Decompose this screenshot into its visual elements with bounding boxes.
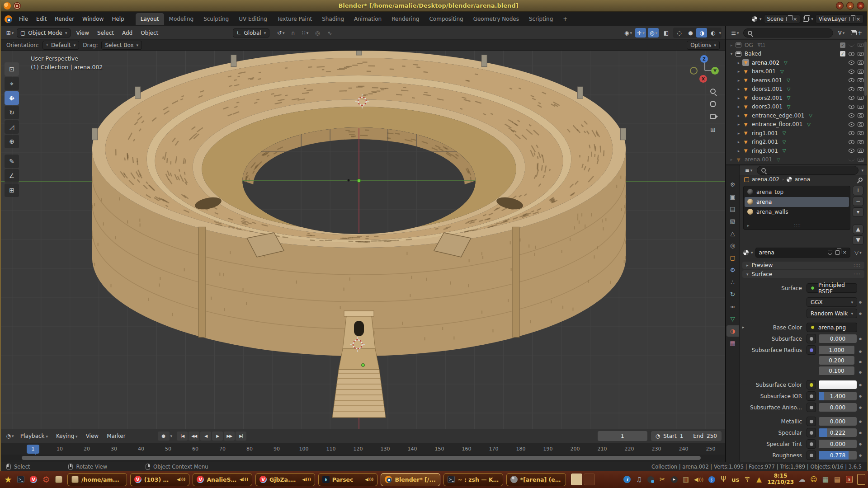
start-frame-field[interactable]: 1 [680,433,684,439]
decorator-toggle[interactable] [807,439,816,449]
keyframe-dot-icon[interactable]: ● [857,347,863,353]
tab-render[interactable]: ▣ [726,191,739,202]
disable-render-camera-icon[interactable] [858,158,863,162]
keyframe-dot-icon[interactable]: ● [857,439,863,446]
outliner-search-field[interactable] [743,28,833,38]
slot-move-up-button[interactable]: ▲ [853,225,863,234]
node-field[interactable]: arena.png [807,323,857,332]
options-dropdown[interactable]: Options▾ [687,41,720,50]
hide-viewport-eye-icon[interactable] [849,96,854,100]
preview-panel-header[interactable]: ▸Preview∷∷ [742,262,864,269]
expand-arrow-icon[interactable]: ▸ [735,149,742,153]
blender-menu-icon[interactable] [5,15,12,23]
select-field[interactable]: GGX▾ [807,297,857,307]
menu-window[interactable]: Window [78,14,108,24]
workspace-tab-rendering[interactable]: Rendering [387,13,424,25]
disable-render-camera-icon[interactable] [858,105,863,109]
workspace-tab-texture-paint[interactable]: Texture Paint [272,13,317,25]
keyframe-dot-icon[interactable]: ● [857,428,863,435]
slot-specials-button[interactable]: ▾ [853,207,863,217]
viewport-menu-view[interactable]: View [72,28,93,38]
hide-viewport-eye-icon[interactable] [849,61,854,65]
viewport-menu-add[interactable]: Add [118,28,137,38]
wifi-icon[interactable] [744,477,751,482]
hide-viewport-eye-icon[interactable] [849,149,854,153]
keyframe-dot-icon[interactable]: ● [857,334,863,341]
viewport-menu-select[interactable]: Select [93,28,118,38]
tab-physics[interactable]: ↻ [726,289,739,300]
expand-arrow-icon[interactable]: ▸ [735,122,742,127]
workspace-tab-shading[interactable]: Shading [317,13,349,25]
shading-rendered[interactable]: ◐ [708,28,718,38]
pan-hand-icon[interactable] [710,101,716,107]
disable-render-camera-icon[interactable] [858,61,863,65]
play-icon[interactable]: ▶ [670,476,678,483]
camera-view-icon[interactable] [710,114,716,119]
keyframe-dot-icon[interactable]: ● [857,450,863,457]
gizmo-x-axis[interactable]: X [699,75,707,83]
expand-arrow-icon[interactable]: ▸ [735,113,742,118]
window-titlebar[interactable]: Blender* [/home/amalie/Desktop/blender/a… [1,0,867,12]
value-slider[interactable]: 0.000 [818,334,857,343]
workspace-tab-scripting[interactable]: Scripting [524,13,558,25]
end-frame-field[interactable]: 250 [707,433,717,439]
expand-arrow-icon[interactable]: ▸ [747,223,750,228]
hide-viewport-eye-icon[interactable] [849,158,854,161]
tool-move[interactable]: ↔↔ [5,91,19,105]
disable-render-camera-icon[interactable] [858,87,863,91]
outliner-row-baked[interactable]: ▾Baked✓ [726,50,867,59]
outliner-scrollbar[interactable] [864,42,867,96]
disable-render-camera-icon[interactable] [858,113,863,117]
outliner-row-beams-001[interactable]: ▸▼beams.001▽ [726,76,867,85]
hide-viewport-eye-icon[interactable] [849,78,854,82]
tab-world[interactable]: ◎ [726,240,739,251]
tab-tool[interactable]: ⚙ [726,179,739,190]
window-minimize-button[interactable]: ▾ [836,2,844,9]
outliner-row-ring3-001[interactable]: ▸▼ring3.001▽ [726,146,867,155]
workspace-tab-uv-editing[interactable]: UV Editing [234,13,272,25]
workspace-2[interactable] [584,474,595,485]
tab-constraints[interactable]: ∞ [726,301,739,312]
hide-viewport-eye-icon[interactable] [849,70,854,74]
drag-dropdown[interactable]: Select Box▾ [101,41,142,50]
keyframe-dot-icon[interactable]: ● [857,357,863,364]
copy-material-icon[interactable] [835,250,840,255]
select-field[interactable]: Random Walk▾ [807,309,857,318]
outliner-row-doors2-001[interactable]: ▸▼doors2.001▽ [726,94,867,103]
expand-arrow-icon[interactable]: ▸ [735,69,742,74]
material-name-input[interactable]: arena × [755,248,850,258]
hide-viewport-eye-icon[interactable] [849,43,854,47]
gizmo-y-axis[interactable]: Y [711,67,719,75]
fake-user-icon[interactable] [828,250,832,255]
workspace-tab-geometry-nodes[interactable]: Geometry Nodes [468,13,524,25]
surface-panel-header[interactable]: ▾Surface∷∷ [742,270,864,278]
workspace-add-button[interactable]: + [558,13,572,25]
decorator-toggle[interactable] [807,391,816,401]
jump-to-start-button[interactable]: |◀ [177,432,188,441]
timeline-menu-keying[interactable]: Keying ▾ [52,431,82,441]
files-launcher-icon[interactable] [53,473,64,486]
jump-to-end-button[interactable]: ▶| [236,432,246,441]
add-slot-button[interactable]: + [853,186,863,195]
tool-select-box[interactable]: ⊡ [5,62,19,76]
value-slider[interactable]: 0.778 [818,450,857,460]
material-slot-arena-top[interactable]: arena_top [745,187,849,197]
properties-search-field[interactable] [757,166,859,175]
timeline-editor-selector[interactable]: ◔▾ [5,431,15,441]
window-maximize-button[interactable]: ▴ [846,2,854,9]
outliner-row-ring1-001[interactable]: ▸▼ring1.001▽ [726,129,867,138]
expand-arrow-icon[interactable]: ▾ [728,52,735,56]
tab-view-layer[interactable]: ▧ [726,216,739,227]
value-slider[interactable]: 0.000 [818,439,857,449]
menu-star-icon[interactable]: ★ [3,473,14,486]
current-frame-field[interactable]: 1 [598,431,647,441]
decorator-toggle[interactable] [807,428,816,437]
checkbox-icon[interactable]: ✓ [840,51,845,56]
show-overlays[interactable]: ◎▾ [648,28,659,38]
media-player-icon[interactable] [647,476,654,483]
material-slot-arena-walls[interactable]: arena_walls [745,207,849,217]
tool-annotate[interactable]: ✎ [5,155,19,168]
tool-rotate[interactable]: ↻ [5,106,19,119]
calculator-icon[interactable]: ▦ [822,475,829,483]
new-collection-button[interactable]: + [849,28,863,38]
